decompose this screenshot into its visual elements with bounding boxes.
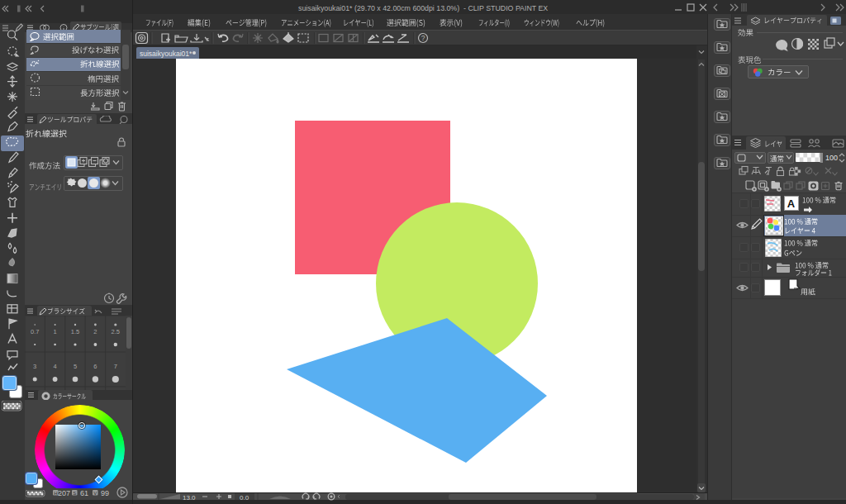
svg-text:4: 4 <box>54 363 57 370</box>
svg-text:7: 7 <box>114 363 117 370</box>
svg-text:2: 2 <box>93 328 97 335</box>
svg-text:3: 3 <box>33 363 36 370</box>
svg-text:1.5: 1.5 <box>71 328 79 335</box>
svg-text:0.0: 0.0 <box>240 494 250 502</box>
svg-text:1: 1 <box>54 328 57 335</box>
svg-text:61: 61 <box>80 489 88 497</box>
svg-text:99: 99 <box>101 489 109 497</box>
svg-text:S: S <box>73 491 76 496</box>
svg-text:?: ? <box>421 34 425 42</box>
svg-text:6: 6 <box>93 363 97 370</box>
svg-text:5: 5 <box>74 363 77 370</box>
svg-text:V: V <box>93 491 97 496</box>
svg-text:13.0: 13.0 <box>183 494 196 502</box>
svg-text:207: 207 <box>58 489 70 497</box>
svg-text:A: A <box>787 197 796 210</box>
svg-text:H: H <box>54 491 57 496</box>
svg-text:2.5: 2.5 <box>112 328 120 335</box>
svg-text:0.7: 0.7 <box>31 328 39 335</box>
